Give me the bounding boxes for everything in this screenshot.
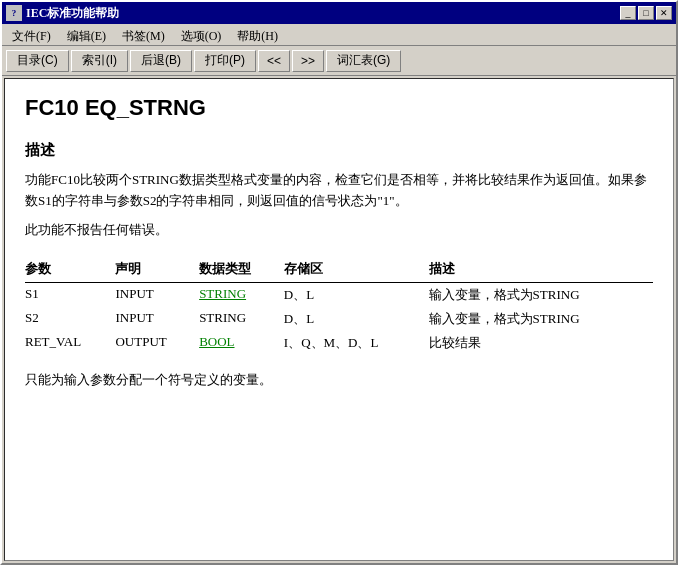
menu-bookmark[interactable]: 书签(M) (114, 26, 173, 43)
close-button[interactable]: ✕ (656, 6, 672, 20)
title-bar-left: ? IEC标准功能帮助 (6, 5, 119, 22)
params-table: 参数 声明 数据类型 存储区 描述 S1 INPUT STRING D、L 输入… (25, 256, 653, 355)
param-decl-s2: INPUT (115, 307, 199, 331)
table-row: S2 INPUT STRING D、L 输入变量，格式为STRING (25, 307, 653, 331)
note-text: 只能为输入参数分配一个符号定义的变量。 (25, 371, 653, 389)
menu-help[interactable]: 帮助(H) (229, 26, 286, 43)
title-bar: ? IEC标准功能帮助 _ □ ✕ (2, 2, 676, 24)
param-desc-s1: 输入变量，格式为STRING (429, 283, 653, 308)
title-bar-controls: _ □ ✕ (620, 6, 672, 20)
app-icon: ? (6, 5, 22, 21)
description-para2: 此功能不报告任何错误。 (25, 220, 653, 241)
menu-bar: 文件(F) 编辑(E) 书签(M) 选项(O) 帮助(H) (2, 24, 676, 46)
param-desc-s2: 输入变量，格式为STRING (429, 307, 653, 331)
param-name-retval: RET_VAL (25, 331, 115, 355)
col-header-storage: 存储区 (284, 256, 429, 283)
dtype-link-s1[interactable]: STRING (199, 286, 246, 301)
col-header-description: 描述 (429, 256, 653, 283)
back-button[interactable]: 后退(B) (130, 50, 192, 72)
col-header-datatype: 数据类型 (199, 256, 284, 283)
section1-title: 描述 (25, 141, 653, 160)
index-button[interactable]: 索引(I) (71, 50, 128, 72)
maximize-button[interactable]: □ (638, 6, 654, 20)
param-decl-s1: INPUT (115, 283, 199, 308)
param-dtype-retval: BOOL (199, 331, 284, 355)
table-row: RET_VAL OUTPUT BOOL I、Q、M、D、L 比较结果 (25, 331, 653, 355)
param-desc-retval: 比较结果 (429, 331, 653, 355)
table-row: S1 INPUT STRING D、L 输入变量，格式为STRING (25, 283, 653, 308)
minimize-button[interactable]: _ (620, 6, 636, 20)
param-dtype-s1: STRING (199, 283, 284, 308)
description-para1: 功能FC10比较两个STRING数据类型格式变量的内容，检查它们是否相等，并将比… (25, 170, 653, 212)
glossary-button[interactable]: 词汇表(G) (326, 50, 401, 72)
param-dtype-s2: STRING (199, 307, 284, 331)
dtype-link-retval[interactable]: BOOL (199, 334, 234, 349)
param-name-s2: S2 (25, 307, 115, 331)
toc-button[interactable]: 目录(C) (6, 50, 69, 72)
col-header-declaration: 声明 (115, 256, 199, 283)
next-button[interactable]: >> (292, 50, 324, 72)
prev-button[interactable]: << (258, 50, 290, 72)
menu-options[interactable]: 选项(O) (173, 26, 230, 43)
toolbar: 目录(C) 索引(I) 后退(B) 打印(P) << >> 词汇表(G) (2, 46, 676, 76)
param-name-s1: S1 (25, 283, 115, 308)
print-button[interactable]: 打印(P) (194, 50, 256, 72)
param-decl-retval: OUTPUT (115, 331, 199, 355)
page-title: FC10 EQ_STRNG (25, 95, 653, 121)
content-area[interactable]: FC10 EQ_STRNG 描述 功能FC10比较两个STRING数据类型格式变… (4, 78, 674, 561)
main-window: ? IEC标准功能帮助 _ □ ✕ 文件(F) 编辑(E) 书签(M) 选项(O… (0, 0, 678, 565)
param-storage-s2: D、L (284, 307, 429, 331)
menu-file[interactable]: 文件(F) (4, 26, 59, 43)
window-title: IEC标准功能帮助 (26, 5, 119, 22)
param-storage-s1: D、L (284, 283, 429, 308)
param-storage-retval: I、Q、M、D、L (284, 331, 429, 355)
col-header-param: 参数 (25, 256, 115, 283)
menu-edit[interactable]: 编辑(E) (59, 26, 114, 43)
